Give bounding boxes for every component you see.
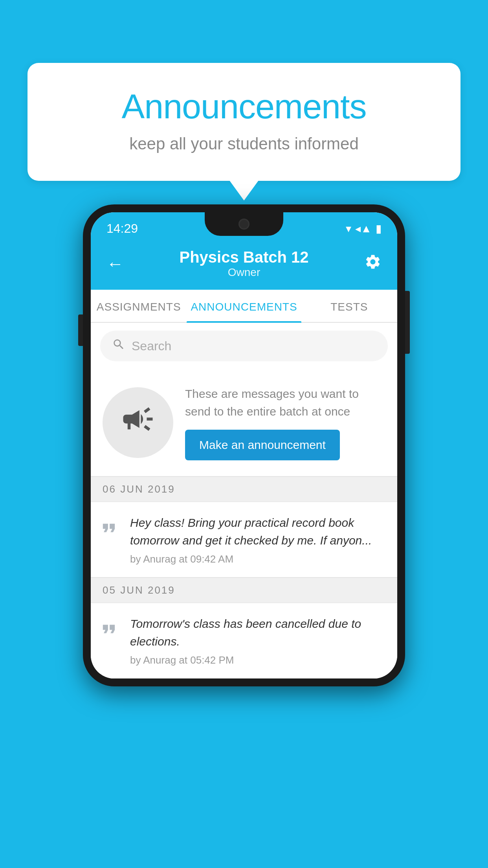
announcement-item-1[interactable]: Hey class! Bring your practical record b…	[91, 502, 397, 577]
cta-right: These are messages you want to send to t…	[185, 385, 385, 460]
bubble-subtitle: keep all your students informed	[59, 134, 429, 153]
announcement-text-2: Tomorrow's class has been cancelled due …	[130, 615, 385, 650]
date-separator-2: 05 JUN 2019	[91, 577, 397, 603]
announcement-meta-2: by Anurag at 05:42 PM	[130, 654, 385, 666]
tab-announcements[interactable]: ANNOUNCEMENTS	[187, 290, 301, 322]
date-sep-text-1: 06 JUN 2019	[103, 483, 175, 495]
search-container: Search	[91, 323, 397, 369]
phone-outer: 14:29 ▾ ◂▲ ▮ ← Physics Batch 12 Owner	[83, 204, 405, 686]
tab-tests[interactable]: TESTS	[301, 290, 397, 322]
search-placeholder: Search	[132, 339, 171, 353]
megaphone-circle	[103, 387, 173, 458]
speech-bubble: Announcements keep all your students inf…	[28, 63, 460, 181]
announcement-meta-1: by Anurag at 09:42 AM	[130, 553, 385, 565]
megaphone-icon	[120, 401, 156, 444]
back-button[interactable]: ←	[106, 254, 124, 274]
speech-bubble-container: Announcements keep all your students inf…	[28, 63, 460, 181]
header-title: Physics Batch 12	[179, 248, 308, 266]
announcement-cta: These are messages you want to send to t…	[91, 369, 397, 476]
header-subtitle: Owner	[179, 266, 308, 279]
status-icons: ▾ ◂▲ ▮	[346, 222, 382, 235]
tabs-bar: ASSIGNMENTS ANNOUNCEMENTS TESTS	[91, 290, 397, 323]
settings-button[interactable]	[364, 253, 382, 274]
search-bar[interactable]: Search	[100, 331, 388, 361]
header-center: Physics Batch 12 Owner	[179, 248, 308, 279]
announcement-item-2[interactable]: Tomorrow's class has been cancelled due …	[91, 603, 397, 679]
search-icon	[112, 338, 125, 354]
bubble-title: Announcements	[59, 86, 429, 127]
announcement-content-1: Hey class! Bring your practical record b…	[130, 514, 385, 565]
battery-icon: ▮	[376, 222, 382, 235]
date-sep-text-2: 05 JUN 2019	[103, 584, 175, 596]
phone-notch	[205, 212, 283, 236]
phone-wrapper: 14:29 ▾ ◂▲ ▮ ← Physics Batch 12 Owner	[83, 204, 405, 686]
make-announcement-button[interactable]: Make an announcement	[185, 430, 340, 460]
signal-icon: ◂▲	[355, 222, 372, 235]
date-separator-1: 06 JUN 2019	[91, 476, 397, 502]
quote-icon-1	[99, 518, 122, 541]
quote-icon-2	[99, 619, 122, 642]
app-header: ← Physics Batch 12 Owner	[91, 241, 397, 290]
phone-screen: 14:29 ▾ ◂▲ ▮ ← Physics Batch 12 Owner	[91, 212, 397, 679]
phone-camera	[238, 219, 250, 230]
status-time: 14:29	[106, 221, 138, 236]
tab-assignments[interactable]: ASSIGNMENTS	[91, 290, 187, 322]
announcement-text-1: Hey class! Bring your practical record b…	[130, 514, 385, 549]
wifi-icon: ▾	[346, 222, 351, 235]
announcement-content-2: Tomorrow's class has been cancelled due …	[130, 615, 385, 666]
cta-description: These are messages you want to send to t…	[185, 385, 385, 420]
